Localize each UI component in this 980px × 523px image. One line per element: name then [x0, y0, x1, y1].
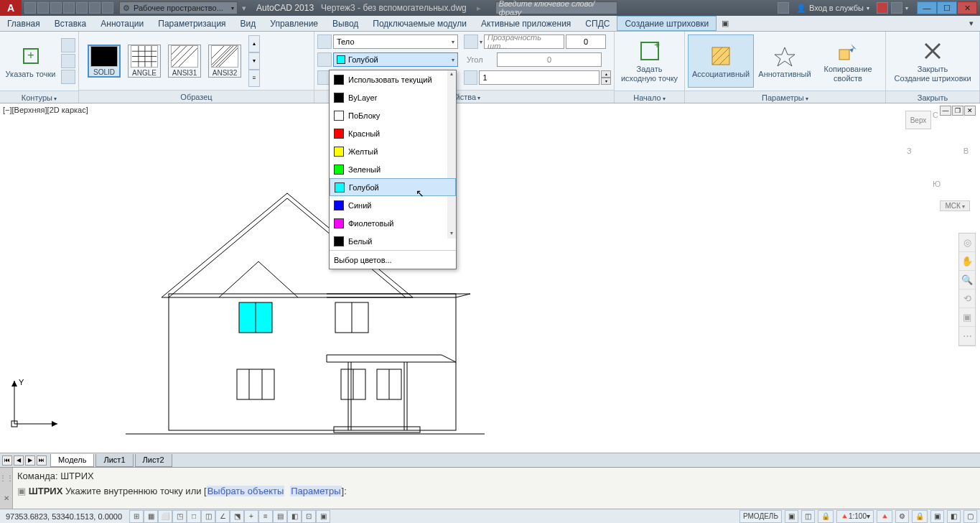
viewcube-top-face[interactable]: Верх	[905, 111, 931, 129]
help-icon[interactable]	[891, 2, 902, 14]
color-item-current[interactable]: Использовать текущий	[330, 70, 456, 88]
status-lwt-icon[interactable]: ≡	[258, 510, 273, 523]
hatch-type-combo[interactable]: Тело	[333, 34, 458, 49]
status-otrack-icon[interactable]: ∠	[215, 510, 230, 523]
status-ws-icon[interactable]: ⚙	[895, 510, 909, 523]
status-dyn-icon[interactable]: +	[244, 510, 258, 523]
command-handle[interactable]: ⋮⋮✕	[0, 468, 13, 509]
tab-manage[interactable]: Управление	[263, 16, 325, 31]
status-annoscale-icon[interactable]: 🔒	[818, 510, 834, 523]
tab-plugins[interactable]: Подключаемые модули	[365, 16, 474, 31]
tab-extra-icon[interactable]: ▣	[717, 16, 734, 31]
pattern-scroll-up[interactable]: ▴	[248, 35, 260, 52]
status-grid-icon[interactable]: ▦	[144, 510, 158, 523]
color-item-green[interactable]: Зеленый	[330, 160, 456, 178]
status-layout-icon[interactable]: ▣	[785, 510, 798, 523]
hatch-color-combo[interactable]: Голубой	[333, 52, 458, 67]
status-3dosnap-icon[interactable]: ◫	[201, 510, 215, 523]
nav-pan-icon[interactable]: ✋	[959, 252, 975, 271]
status-scale[interactable]: 🔺 1:100 ▾	[836, 510, 874, 523]
infocenter-icon[interactable]	[778, 2, 789, 14]
status-osnap-icon[interactable]: □	[187, 510, 201, 523]
qat-open-icon[interactable]	[37, 2, 49, 14]
status-toolbar-icon[interactable]: 🔒	[912, 510, 928, 523]
status-clean-icon[interactable]: ▢	[963, 510, 977, 523]
group-label-contours[interactable]: Контуры	[0, 91, 78, 103]
maximize-button[interactable]: ☐	[937, 1, 957, 14]
qat-new-icon[interactable]	[24, 2, 36, 14]
exchange-icon[interactable]	[877, 2, 888, 14]
tab-minimize-icon[interactable]: ▾	[963, 16, 980, 31]
swatch-angle[interactable]: ANGLE	[128, 45, 161, 78]
scale-spinner[interactable]: ▴▾	[601, 70, 611, 85]
pattern-scroll-down[interactable]: ▾	[248, 52, 260, 70]
wcs-dropdown[interactable]: МСК	[940, 200, 970, 211]
tab-active-apps[interactable]: Активные приложения	[474, 16, 578, 31]
match-properties-button[interactable]: Копирование свойств	[816, 34, 880, 88]
nav-more-icon[interactable]: ⋯	[959, 327, 975, 346]
tab-output[interactable]: Вывод	[325, 16, 365, 31]
qat-save-icon[interactable]	[50, 2, 62, 14]
tab-parametric[interactable]: Параметризация	[151, 16, 233, 31]
transparency-value[interactable]: 0	[566, 34, 606, 49]
sheet-tab-sheet1[interactable]: Лист1	[95, 454, 133, 467]
qat-saveas-icon[interactable]	[63, 2, 75, 14]
color-item-red[interactable]: Красный	[330, 124, 456, 142]
color-item-white[interactable]: Белый	[330, 232, 456, 250]
minimize-button[interactable]: —	[917, 1, 937, 14]
status-snap-icon[interactable]: ⊞	[129, 510, 144, 523]
color-item-yellow[interactable]: Желтый	[330, 142, 456, 160]
color-item-cyan[interactable]: Голубой	[330, 178, 456, 196]
status-annovis-icon[interactable]: 🔺	[877, 510, 892, 523]
color-item-more[interactable]: Выбор цветов...	[330, 250, 456, 269]
app-logo[interactable]: A	[0, 0, 22, 16]
tab-home[interactable]: Главная	[0, 16, 47, 31]
color-item-bylayer[interactable]: ByLayer	[330, 88, 456, 106]
status-tpy-icon[interactable]: ▤	[273, 510, 287, 523]
associative-button[interactable]: Ассоциативный	[688, 34, 754, 88]
workspace-dropdown[interactable]: ⚙ Рабочее пространство... ▾	[119, 1, 238, 14]
recreate-boundary-icon[interactable]	[61, 70, 75, 84]
search-input[interactable]: Введите ключевое слово/фразу	[495, 1, 617, 14]
sheet-tab-model[interactable]: Модель	[50, 454, 94, 467]
status-sc-icon[interactable]: ⊡	[302, 510, 316, 523]
nav-wheel-icon[interactable]: ◎	[959, 233, 975, 252]
cmd-option-select[interactable]: Выбрать объекты	[207, 486, 285, 496]
status-iso-icon[interactable]: ◧	[947, 510, 961, 523]
color-item-blue[interactable]: Синий	[330, 196, 456, 214]
viewport-label[interactable]: [−][Верхняя][2D каркас]	[3, 106, 88, 114]
color-item-byblock[interactable]: ПоБлоку	[330, 106, 456, 124]
status-qv-icon[interactable]: ◫	[801, 510, 815, 523]
qat-undo-icon[interactable]	[89, 2, 101, 14]
close-hatch-button[interactable]: Закрыть Создание штриховки	[890, 34, 976, 88]
status-ortho-icon[interactable]: ⬜	[158, 510, 172, 523]
tab-last-icon[interactable]: ⏭	[37, 455, 47, 466]
nav-orbit-icon[interactable]: ⟲	[959, 290, 975, 308]
drawing-viewport[interactable]: [−][Верхняя][2D каркас] — ❐ ✕	[0, 103, 980, 453]
cmd-option-params[interactable]: Параметры	[290, 486, 341, 496]
group-label-origin[interactable]: Начало	[615, 91, 684, 103]
coordinates[interactable]: 97353.6823, 53340.1513, 0.0000	[0, 512, 129, 521]
viewcube[interactable]: С З В Ю Верх	[905, 111, 970, 204]
scale-field[interactable]: 1	[479, 70, 599, 85]
status-polar-icon[interactable]: ◳	[172, 510, 187, 523]
tab-view[interactable]: Вид	[233, 16, 263, 31]
transparency-field[interactable]: Прозрачность шт...	[484, 34, 564, 49]
group-label-options[interactable]: Параметры	[685, 91, 885, 103]
color-item-magenta[interactable]: Фиолетовый	[330, 214, 456, 232]
tab-annotations[interactable]: Аннотации	[93, 16, 151, 31]
tab-hatch-creation[interactable]: Создание штриховки	[617, 16, 717, 31]
tab-spds[interactable]: СПДС	[578, 16, 617, 31]
tab-first-icon[interactable]: ⏮	[2, 455, 12, 466]
select-boundary-icon[interactable]	[61, 38, 75, 52]
annotative-button[interactable]: Аннотативный	[754, 34, 816, 88]
qat-plot-icon[interactable]	[76, 2, 88, 14]
nav-zoom-icon[interactable]: 🔍	[959, 271, 975, 290]
status-qp-icon[interactable]: ◧	[287, 510, 302, 523]
tab-prev-icon[interactable]: ◀	[14, 455, 24, 466]
swatch-ansi32[interactable]: ANSI32	[208, 45, 241, 78]
tab-insert[interactable]: Вставка	[47, 16, 94, 31]
swatch-ansi31[interactable]: ANSI31	[168, 45, 201, 78]
close-button[interactable]: ✕	[957, 1, 977, 14]
swatch-solid[interactable]: SOLID	[88, 45, 121, 78]
